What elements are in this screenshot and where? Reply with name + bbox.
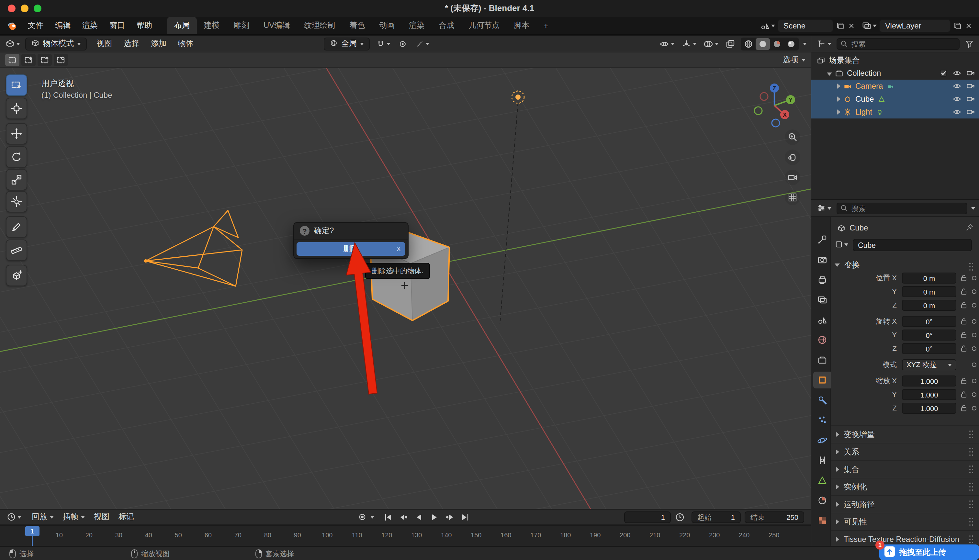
playback-next-keyframe-button[interactable] — [443, 510, 457, 523]
menu-编辑[interactable]: 编辑 — [49, 17, 77, 34]
workspace-tab-几何节点[interactable]: 几何节点 — [461, 17, 507, 34]
transform-value-field-7[interactable]: 1.000 — [902, 375, 956, 387]
menu-文件[interactable]: 文件 — [22, 17, 49, 34]
shading-wireframe-button[interactable] — [741, 38, 756, 50]
properties-tab-output[interactable] — [813, 271, 831, 288]
playback-play-reverse-button[interactable] — [412, 510, 426, 523]
overlays-dropdown[interactable] — [702, 38, 720, 49]
shading-rendered-button[interactable] — [784, 38, 798, 50]
animate-property-dot[interactable] — [972, 276, 976, 280]
tool-transform[interactable] — [6, 191, 27, 212]
playback-jump-start-button[interactable] — [381, 510, 395, 523]
copy-view-layer-icon[interactable] — [953, 21, 962, 30]
frame-start-field[interactable]: 起始1 — [692, 512, 741, 523]
outliner-row-Cube[interactable]: Cube — [811, 93, 979, 105]
outliner-row-Collection[interactable]: Collection — [811, 67, 979, 80]
transform-value-field-8[interactable]: 1.000 — [902, 389, 956, 400]
transform-value-field-9[interactable]: 1.000 — [902, 403, 956, 414]
delete-confirm-button[interactable]: 删除 X — [297, 242, 405, 256]
transform-value-field-4[interactable]: 0° — [902, 330, 956, 340]
properties-tab-modifiers[interactable] — [813, 392, 831, 408]
transform-orientation-dropdown[interactable]: 全局 — [324, 37, 370, 50]
view-layer-browse-icon[interactable] — [862, 21, 877, 30]
animate-property-dot[interactable] — [972, 406, 976, 410]
timeline-menu-视图[interactable]: 视图 — [94, 512, 109, 522]
properties-tab-constraints[interactable] — [813, 452, 831, 469]
object-visibility-dropdown[interactable] — [658, 38, 676, 49]
playback-play-button[interactable] — [427, 510, 442, 523]
animate-property-dot[interactable] — [972, 347, 976, 351]
properties-tab-object[interactable] — [813, 372, 831, 388]
properties-tab-object-data[interactable] — [813, 472, 831, 489]
expand-caret-icon[interactable] — [837, 95, 841, 103]
camera-small-icon[interactable] — [966, 82, 975, 91]
checkbox-icon[interactable] — [939, 68, 948, 78]
lock-open-icon[interactable] — [960, 344, 967, 354]
drag-handle-icon[interactable] — [969, 535, 974, 544]
properties-tab-material[interactable] — [813, 492, 831, 509]
menu-窗口[interactable]: 窗口 — [103, 17, 131, 34]
transform-value-field-1[interactable]: 0 m — [902, 286, 956, 297]
outliner-item-label[interactable]: Light — [856, 107, 872, 117]
properties-tab-texture[interactable] — [813, 512, 831, 529]
workspace-tab-渲染[interactable]: 渲染 — [402, 17, 432, 34]
drag-handle-icon[interactable] — [969, 482, 974, 492]
gizmos-dropdown[interactable] — [680, 38, 698, 49]
3d-viewport[interactable]: 物体模式 视图选择添加物体 全局 选项 用户透视 — [0, 36, 811, 509]
tool-rotate[interactable] — [6, 146, 27, 168]
properties-tab-physics[interactable] — [813, 432, 831, 448]
drag-handle-icon[interactable] — [969, 447, 974, 457]
playhead-frame-label[interactable]: 1 — [25, 526, 40, 536]
outliner-editor-type-button[interactable] — [815, 39, 833, 48]
pin-icon[interactable] — [966, 223, 974, 234]
animate-property-dot[interactable] — [972, 392, 976, 397]
properties-section-关系[interactable]: 关系 — [831, 443, 979, 460]
add-workspace-button[interactable]: + — [537, 17, 555, 34]
upload-drop-badge[interactable]: 1 拖拽至此上传 — [879, 545, 979, 560]
tool-scale[interactable] — [6, 169, 27, 190]
use-preview-range-icon[interactable] — [675, 512, 685, 524]
timeline-menu-插帧[interactable]: 插帧 — [63, 512, 85, 522]
properties-section-可见性[interactable]: 可见性 — [831, 513, 979, 530]
properties-tab-render[interactable] — [813, 251, 831, 268]
shading-options-caret[interactable] — [803, 42, 807, 45]
camera-object[interactable] — [144, 210, 242, 286]
xray-toggle[interactable] — [724, 38, 737, 49]
select-mode-intersect[interactable] — [54, 54, 68, 66]
keying-set-icon[interactable] — [355, 510, 369, 523]
drag-handle-icon[interactable] — [969, 465, 974, 474]
viewport-menu-视图[interactable]: 视图 — [91, 38, 118, 49]
animate-property-dot[interactable] — [972, 289, 976, 294]
animate-property-dot[interactable] — [972, 319, 976, 324]
animate-property-dot[interactable] — [972, 363, 976, 367]
properties-tab-particles[interactable] — [813, 412, 831, 428]
select-mode-set[interactable] — [5, 54, 19, 66]
properties-tab-tool[interactable] — [813, 231, 831, 248]
eye-icon[interactable] — [952, 95, 962, 103]
properties-editor-type-button[interactable] — [815, 203, 833, 213]
outliner-item-label[interactable]: Collection — [847, 68, 881, 78]
filter-icon[interactable] — [964, 39, 975, 48]
workspace-tab-合成[interactable]: 合成 — [432, 17, 461, 34]
lock-open-icon[interactable] — [960, 404, 967, 414]
workspace-tab-建模[interactable]: 建模 — [197, 17, 227, 34]
proportional-falloff-dropdown[interactable] — [414, 39, 430, 48]
navigation-gizmo[interactable]: Z Y X — [751, 82, 798, 129]
viewport-menu-物体[interactable]: 物体 — [172, 38, 199, 49]
shading-solid-button[interactable] — [756, 38, 770, 50]
proportional-editing-toggle[interactable] — [397, 39, 409, 48]
expand-caret-icon[interactable] — [827, 68, 832, 78]
camera-view-button[interactable] — [785, 170, 800, 185]
transform-value-field-2[interactable]: 0 m — [902, 300, 956, 311]
tool-cursor[interactable] — [6, 98, 27, 119]
gizmo-neg-z-axis[interactable] — [772, 119, 780, 127]
blender-logo-icon[interactable] — [7, 20, 18, 32]
outliner-item-label[interactable]: Cube — [856, 95, 874, 103]
properties-tab-collection[interactable] — [813, 352, 831, 368]
copy-scene-icon[interactable] — [836, 21, 845, 30]
lock-open-icon[interactable] — [960, 301, 967, 311]
tool-move[interactable] — [6, 123, 27, 144]
tool-measure[interactable] — [6, 240, 27, 261]
options-dropdown[interactable]: 选项 — [783, 54, 806, 65]
expand-caret-icon[interactable] — [837, 82, 841, 91]
